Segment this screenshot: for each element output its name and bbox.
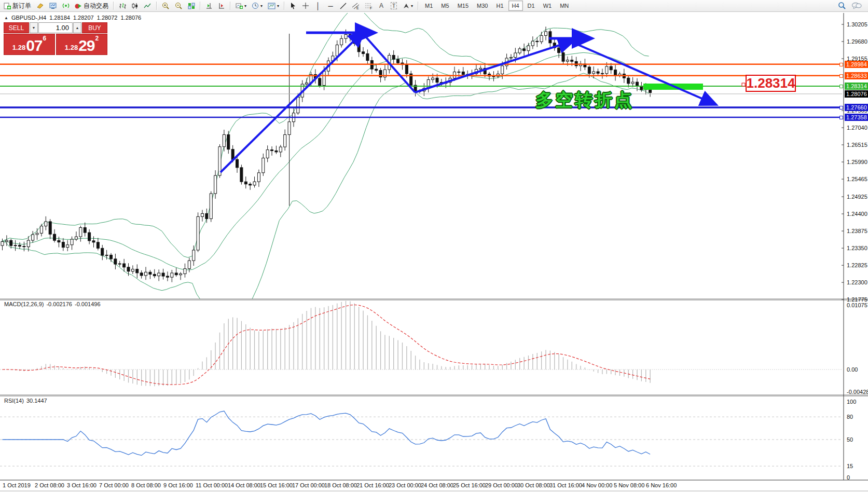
fibonacci-button[interactable]: F [363, 1, 375, 11]
candle-body [127, 267, 130, 271]
auto-scroll-button[interactable] [216, 1, 227, 11]
trend-arrow-line[interactable] [362, 32, 415, 92]
periods-button[interactable]: ▾ [250, 1, 265, 11]
volume-decrease-button[interactable]: ▼ [30, 22, 38, 33]
date-tick-label: 25 Oct 16:00 [453, 482, 486, 488]
candle-body [180, 274, 182, 275]
rsi-tick-label: 50 [847, 436, 853, 443]
candle-body [105, 255, 108, 255]
ticket-button[interactable] [34, 1, 46, 11]
candle-body [631, 82, 634, 84]
candle-body [131, 269, 134, 271]
timeframe-button-m5[interactable]: M5 [437, 1, 452, 11]
level-anchor-square[interactable] [839, 85, 843, 88]
chat-icon[interactable] [851, 2, 862, 10]
signals-button[interactable] [60, 1, 72, 11]
level-anchor-square[interactable] [839, 116, 843, 119]
candle-body [166, 276, 169, 277]
macd-signal-line [3, 305, 651, 385]
line-chart-button[interactable] [142, 1, 154, 11]
sell-button[interactable]: SELL [4, 22, 29, 33]
trendline-button[interactable] [337, 1, 349, 11]
level-price-label: 1.28633 [845, 72, 868, 79]
timeframe-button-m30[interactable]: M30 [473, 1, 491, 11]
new-order-label: 新订单 [12, 2, 31, 10]
new-chart-button[interactable]: ▾ [233, 1, 249, 11]
candle-body [627, 78, 630, 84]
level-anchor-square[interactable] [839, 74, 843, 78]
cursor-button[interactable] [287, 1, 299, 11]
candle-body [605, 66, 608, 74]
vertical-line-button[interactable]: │ [312, 1, 324, 11]
chart-shift-button[interactable] [203, 1, 215, 11]
candle-body [240, 168, 243, 182]
sell-price-tile[interactable]: 1.28 07 6 [4, 34, 55, 55]
macd-tick-label: 0.00 [847, 366, 858, 373]
timeframe-button-h4[interactable]: H4 [508, 1, 523, 11]
candle-body [162, 273, 164, 276]
level-anchor-square[interactable] [839, 106, 843, 110]
arrows-button[interactable]: ▾ [401, 1, 415, 11]
volume-input[interactable]: 1.00 [38, 22, 73, 33]
tile-windows-button[interactable] [186, 1, 197, 11]
timeframe-button-mn[interactable]: MN [556, 1, 572, 11]
timeframe-button-h1[interactable]: H1 [492, 1, 507, 11]
candle-body [79, 227, 82, 237]
candle-body [279, 147, 282, 152]
channel-icon: E [352, 3, 360, 9]
candle-body [288, 122, 291, 135]
candle-body [610, 66, 612, 70]
candle-body [336, 45, 338, 56]
macd-pane[interactable] [0, 301, 842, 387]
timeframe-button-d1[interactable]: D1 [524, 1, 539, 11]
timeframe-button-m15[interactable]: M15 [454, 1, 472, 11]
autotrading-button[interactable]: 自动交易 [73, 1, 111, 11]
rsi-pane[interactable] [0, 411, 842, 466]
templates-button[interactable]: ▾ [266, 1, 281, 11]
candle-body [345, 34, 347, 38]
ticket-icon [36, 3, 44, 9]
candle-body [562, 53, 564, 62]
candle-body [145, 272, 147, 276]
main-pane[interactable] [0, 12, 842, 333]
price-tick-label: 1.29680 [847, 38, 867, 45]
candle-body [27, 240, 30, 247]
trend-arrow-line[interactable] [415, 42, 571, 92]
equidistant-channel-button[interactable]: E [350, 1, 362, 11]
zoom-out-button[interactable] [173, 1, 185, 11]
buy-button[interactable]: BUY [82, 22, 107, 33]
price-box-anchor[interactable] [742, 83, 745, 86]
horizontal-line-button[interactable]: ─ [325, 1, 336, 11]
text-tool-icon: A [379, 2, 383, 9]
crosshair-icon [302, 2, 309, 9]
candle-body [1, 242, 4, 246]
crosshair-button[interactable] [300, 1, 311, 11]
candle-body [58, 240, 60, 242]
macd-tick-label: 0.010757 [847, 302, 868, 308]
candlestick-chart-button[interactable] [129, 1, 141, 11]
candle-body [323, 71, 325, 85]
volume-increase-button[interactable]: ▲ [73, 22, 81, 33]
collapse-panel-arrow[interactable]: ▲ [4, 16, 8, 20]
candle-body [210, 194, 212, 218]
price-chart[interactable] [0, 12, 868, 490]
date-tick-label: 24 Oct 08:00 [421, 482, 453, 488]
new-order-button[interactable]: 新订单 [2, 1, 33, 11]
date-tick-label: 7 Oct 00:00 [99, 482, 129, 488]
buy-price-tile[interactable]: 1.28 29 2 [56, 34, 107, 55]
zoom-in-button[interactable] [160, 1, 172, 11]
market-watch-button[interactable] [47, 1, 59, 11]
level-anchor-square[interactable] [839, 63, 843, 66]
text-label-button[interactable]: T [388, 1, 399, 11]
candle-body [266, 150, 269, 158]
candle-body [175, 273, 177, 275]
candle-body [62, 242, 64, 248]
candle-body [171, 273, 173, 277]
search-icon[interactable] [838, 2, 846, 10]
timeframe-button-m1[interactable]: M1 [421, 1, 436, 11]
candle-body [571, 60, 573, 62]
bar-chart-button[interactable] [117, 1, 128, 11]
toolbar-separator [230, 2, 231, 10]
timeframe-button-w1[interactable]: W1 [540, 1, 556, 11]
text-button[interactable]: A [376, 1, 387, 11]
